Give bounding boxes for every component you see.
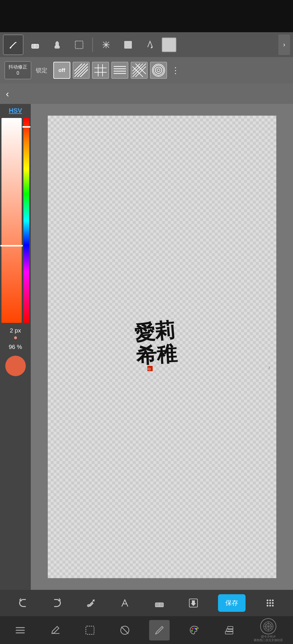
main-toolbar: › [0, 32, 293, 57]
canvas-pan-arrow: › [268, 364, 270, 371]
saturation-slider[interactable] [1, 118, 22, 323]
eyedropper-button[interactable] [81, 594, 100, 613]
transform-tool-button[interactable] [96, 35, 116, 55]
color-swatch-button[interactable] [162, 37, 176, 52]
current-color-preview[interactable] [5, 356, 26, 376]
canvas-area[interactable]: 愛莉 希稚 印 › [31, 104, 293, 590]
redo-button[interactable] [47, 594, 67, 613]
eraser-bottom-button[interactable] [150, 594, 169, 613]
nav-layers-button[interactable] [219, 620, 239, 640]
svg-line-22 [132, 64, 146, 77]
lock-more-button[interactable]: ⋮ [171, 66, 180, 75]
svg-point-36 [87, 604, 90, 607]
svg-point-7 [105, 44, 107, 46]
svg-point-44 [272, 600, 274, 601]
eraser-tool-button[interactable] [25, 35, 45, 55]
undo-button[interactable] [13, 594, 33, 613]
nav-brand-watermark: @今夕何夕画包包二次元文创社区 [254, 618, 283, 642]
svg-point-59 [191, 630, 193, 631]
back-button[interactable]: ‹ [6, 88, 9, 99]
svg-point-28 [157, 69, 160, 72]
bottom-toolbar: 保存 [0, 590, 293, 616]
svg-point-48 [267, 605, 268, 607]
lock-option-horizontal[interactable] [111, 62, 128, 79]
svg-point-31 [152, 64, 165, 76]
brand-text: @今夕何夕画包包二次元文创社区 [254, 635, 283, 642]
top-status-bar [0, 0, 293, 32]
lock-option-diagonal[interactable] [73, 62, 90, 79]
svg-point-43 [269, 600, 271, 601]
toolbar-next-button[interactable]: › [278, 35, 290, 55]
svg-line-57 [121, 627, 128, 634]
color-mode-label[interactable]: HSV [9, 107, 22, 114]
lock-option-grid[interactable] [92, 62, 109, 79]
save-button[interactable]: 保存 [218, 594, 246, 612]
svg-point-61 [195, 628, 197, 629]
svg-point-60 [194, 627, 195, 629]
size-dot-indicator [14, 336, 17, 339]
nav-edit-button[interactable] [45, 620, 65, 640]
nav-erase-button[interactable] [115, 620, 135, 640]
svg-point-45 [267, 602, 268, 604]
pen-button[interactable] [116, 594, 135, 613]
toolbar-divider-1 [92, 37, 93, 52]
nav-brush-button[interactable] [149, 620, 170, 640]
back-area: ‹ [0, 83, 293, 104]
svg-line-23 [135, 66, 146, 77]
stabilizer-label: 抖动修正 [8, 64, 27, 70]
select-tool-button[interactable] [69, 35, 89, 55]
svg-line-24 [132, 64, 143, 74]
svg-point-47 [272, 602, 274, 604]
svg-line-10 [77, 66, 88, 77]
fill-rect-tool-button[interactable] [118, 35, 138, 55]
grid-menu-button[interactable] [260, 594, 280, 613]
svg-rect-3 [32, 44, 39, 48]
lock-option-off[interactable]: off [53, 62, 70, 79]
lock-options: off [53, 62, 167, 79]
svg-point-46 [269, 602, 271, 604]
pan-tool-button[interactable] [47, 35, 67, 55]
bottom-nav: @今夕何夕画包包二次元文创社区 [0, 616, 293, 644]
lock-label: 锁定 [36, 66, 47, 74]
opacity-label: 96 % [9, 344, 22, 350]
export-button[interactable] [184, 594, 203, 613]
stabilizer-value: 0 [8, 70, 27, 76]
stabilizer-button[interactable]: 抖动修正 0 [4, 61, 31, 79]
svg-point-49 [269, 605, 271, 607]
svg-point-58 [192, 628, 193, 629]
drawing-canvas[interactable]: 愛莉 希稚 印 › [48, 104, 276, 590]
svg-point-42 [267, 600, 268, 601]
hue-indicator [22, 126, 30, 128]
lock-off-label: off [59, 67, 65, 73]
svg-rect-5 [55, 46, 59, 48]
lock-option-crosshatch[interactable] [131, 62, 148, 79]
hue-slider[interactable] [23, 118, 29, 323]
sub-toolbar: 抖动修正 0 锁定 off [0, 57, 293, 83]
nav-menu-button[interactable] [10, 620, 30, 640]
brush-size-label: 2 px [10, 327, 21, 334]
fill-tool-button[interactable] [140, 35, 160, 55]
svg-rect-55 [86, 626, 94, 634]
lock-option-concentric[interactable] [150, 62, 167, 79]
nav-palette-button[interactable] [184, 620, 205, 640]
brand-icon [260, 618, 276, 634]
svg-line-9 [74, 64, 88, 77]
svg-rect-6 [75, 41, 83, 49]
brush-size-dot [14, 336, 17, 339]
svg-text:愛莉: 愛莉 [133, 319, 176, 345]
color-panel: HSV 2 px 96 % [0, 104, 31, 590]
svg-line-11 [74, 64, 85, 74]
svg-point-50 [272, 605, 274, 607]
color-sliders [1, 118, 29, 323]
svg-text:印: 印 [148, 367, 151, 371]
svg-line-0 [10, 42, 16, 48]
canvas-content: 愛莉 希稚 印 [48, 116, 276, 578]
svg-text:希稚: 希稚 [135, 342, 178, 367]
nav-selection-button[interactable] [80, 620, 100, 640]
calligraphy-svg: 愛莉 希稚 印 [133, 315, 191, 379]
svg-rect-8 [124, 41, 132, 49]
svg-point-29 [155, 67, 162, 73]
pencil-tool-button[interactable] [3, 35, 23, 55]
